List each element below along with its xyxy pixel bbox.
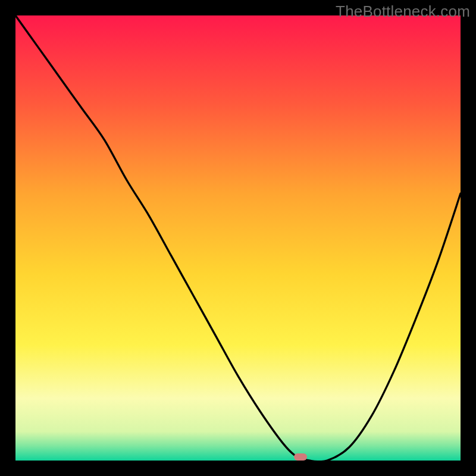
chart-frame: TheBottleneck.com bbox=[0, 0, 476, 476]
watermark-text: TheBottleneck.com bbox=[336, 2, 470, 21]
bottleneck-curve bbox=[15, 15, 461, 461]
plot-area bbox=[15, 15, 461, 461]
optimal-marker bbox=[294, 453, 307, 461]
